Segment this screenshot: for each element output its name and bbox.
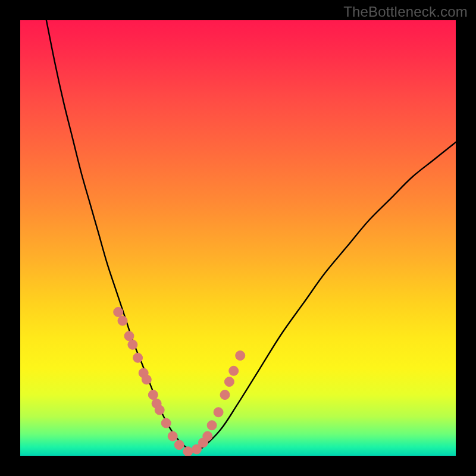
highlight-dot — [161, 418, 171, 428]
highlight-dot — [174, 440, 184, 450]
highlight-dot — [124, 331, 134, 341]
attribution-label: TheBottleneck.com — [343, 4, 468, 20]
highlight-dot — [220, 390, 230, 400]
highlight-dot — [114, 307, 123, 317]
highlight-dot — [207, 421, 217, 430]
bottleneck-curve — [46, 20, 456, 452]
highlight-dot — [236, 351, 245, 361]
highlight-dot — [118, 316, 127, 325]
highlight-dot — [168, 431, 177, 441]
highlight-dot — [183, 447, 193, 456]
highlight-dots — [114, 307, 245, 456]
highlight-dot — [128, 340, 137, 349]
highlight-dot — [214, 408, 223, 417]
curve-layer — [20, 20, 456, 456]
chart-frame: TheBottleneck.com — [0, 0, 476, 476]
plot-area — [20, 20, 456, 456]
highlight-dot — [148, 390, 158, 400]
highlight-dot — [155, 405, 164, 415]
highlight-dot — [224, 377, 234, 387]
highlight-dot — [203, 431, 212, 441]
highlight-dot — [142, 375, 151, 384]
highlight-dot — [133, 353, 143, 362]
highlight-dot — [229, 366, 239, 375]
